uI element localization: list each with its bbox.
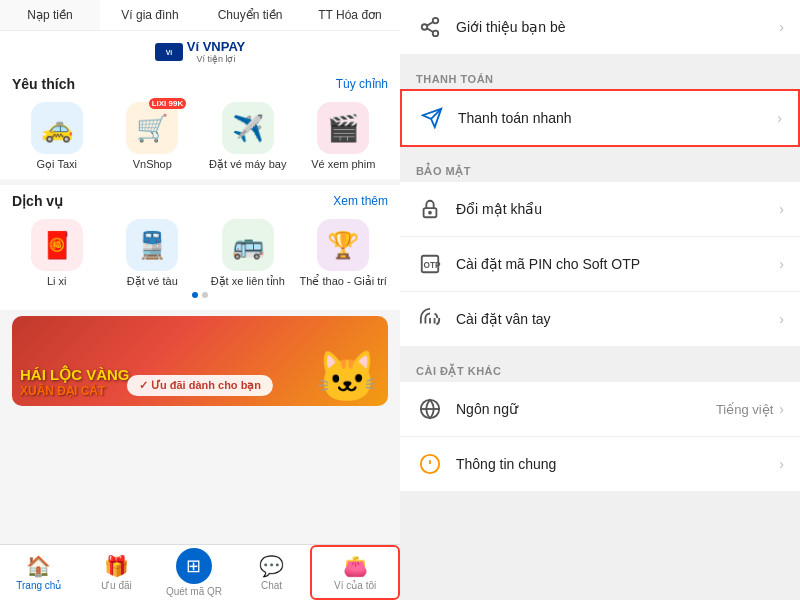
service-item-lixi[interactable]: 🧧 Li xi [12, 219, 102, 288]
share-icon [416, 13, 444, 41]
menu-item-intro[interactable]: Giới thiệu bạn bè › [400, 0, 800, 55]
fav-label-movie: Vé xem phim [311, 158, 375, 171]
nav-tt-hoa-don[interactable]: TT Hóa đơn [300, 0, 400, 30]
svg-point-8 [429, 212, 431, 214]
gift-icon: 🎁 [104, 554, 129, 578]
favorites-section: Yêu thích Tùy chỉnh 🚕 Gọi Taxi 🛒 LIXI 99… [0, 68, 400, 179]
bottom-nav-trang-chu[interactable]: 🏠 Trang chủ [0, 545, 78, 600]
banner-headline: HÁI LỘC VÀNG XUÂN ĐẠI CÁT [12, 358, 138, 406]
banner-btn[interactable]: ✓ Ưu đãi dành cho bạn [127, 375, 273, 396]
right-panel: Giới thiệu bạn bè › THANH TOÁN Thanh toá… [400, 0, 800, 600]
fav-item-vnshop[interactable]: 🛒 LIXI 99K VnShop [108, 102, 198, 171]
menu-label-pin: Cài đặt mã PIN cho Soft OTP [456, 256, 779, 272]
vnpay-logo-icon: Vi [155, 43, 183, 61]
menu-item-language[interactable]: Ngôn ngữ Tiếng việt › [400, 382, 800, 437]
service-icon-train: 🚆 [126, 219, 178, 271]
qr-icon: ⊞ [176, 548, 212, 584]
service-icon-lixi: 🧧 [31, 219, 83, 271]
svg-line-6 [427, 22, 433, 26]
svg-point-3 [422, 24, 428, 30]
bottom-nav-label-qr: Quét mã QR [166, 586, 222, 597]
service-item-bus[interactable]: 🚌 Đặt xe liên tỉnh [203, 219, 293, 288]
chevron-icon-language: › [779, 401, 784, 417]
menu-label-info: Thông tin chung [456, 456, 779, 472]
dot-2 [202, 292, 208, 298]
bottom-nav-label-vi-cua-toi: Ví của tôi [334, 580, 376, 591]
service-item-sport[interactable]: 🏆 Thể thao - Giải trí [299, 219, 389, 288]
service-item-train[interactable]: 🚆 Đặt vé tàu [108, 219, 198, 288]
service-label-sport: Thể thao - Giải trí [300, 275, 387, 288]
menu-item-fingerprint[interactable]: Cài đặt vân tay › [400, 292, 800, 347]
bottom-nav-label-uu-dai: Ưu đãi [101, 580, 132, 591]
bottom-nav-chat[interactable]: 💬 Chat [233, 545, 311, 600]
menu-label-language: Ngôn ngữ [456, 401, 716, 417]
section-label-cai-dat: CÀI ĐẶT KHÁC [400, 355, 800, 382]
services-action[interactable]: Xem thêm [333, 194, 388, 208]
otp-icon: OTP [416, 250, 444, 278]
fingerprint-icon [416, 305, 444, 333]
favorites-grid: 🚕 Gọi Taxi 🛒 LIXI 99K VnShop ✈️ Đặt vé m… [12, 102, 388, 171]
vnpay-logo: Vi Ví VNPAY Ví tiện lợi [155, 39, 246, 64]
bottom-nav-vi-cua-toi[interactable]: 👛 Ví của tôi [310, 545, 400, 600]
menu-label-password: Đổi mật khẩu [456, 201, 779, 217]
chat-icon: 💬 [259, 554, 284, 578]
vnpay-tagline: Ví tiện lợi [187, 54, 246, 64]
menu-item-info[interactable]: Thông tin chung › [400, 437, 800, 492]
bottom-nav-uu-dai[interactable]: 🎁 Ưu đãi [78, 545, 156, 600]
section-label-thanh-toan: THANH TOÁN [400, 63, 800, 89]
svg-point-4 [433, 31, 439, 36]
fav-icon-flight: ✈️ [222, 102, 274, 154]
banner-character: 🐱 [316, 348, 378, 406]
nav-nap-tien[interactable]: Nạp tiền [0, 0, 100, 30]
dots-indicator [12, 288, 388, 302]
services-title: Dịch vụ [12, 193, 63, 209]
wallet-icon: 👛 [343, 554, 368, 578]
menu-group-payment: Thanh toán nhanh › [400, 89, 800, 147]
logo-area: Vi Ví VNPAY Ví tiện lợi [0, 31, 400, 68]
info-icon [416, 450, 444, 478]
services-header: Dịch vụ Xem thêm [12, 193, 388, 209]
svg-text:Vi: Vi [165, 49, 172, 56]
service-icon-sport: 🏆 [317, 219, 369, 271]
chevron-icon-fingerprint: › [779, 311, 784, 327]
menu-group-settings: Ngôn ngữ Tiếng việt › Thông tin chung › [400, 382, 800, 492]
promo-banner[interactable]: HÁI LỘC VÀNG XUÂN ĐẠI CÁT ✓ Ưu đãi dành … [12, 316, 388, 406]
lock-icon [416, 195, 444, 223]
home-icon: 🏠 [26, 554, 51, 578]
chevron-icon-password: › [779, 201, 784, 217]
top-nav: Nạp tiền Ví gia đình Chuyển tiền TT Hóa … [0, 0, 400, 31]
bottom-nav-label-chat: Chat [261, 580, 282, 591]
menu-label-fingerprint: Cài đặt vân tay [456, 311, 779, 327]
favorites-action[interactable]: Tùy chỉnh [336, 77, 388, 91]
nav-vi-gia-dinh[interactable]: Ví gia đình [100, 0, 200, 30]
fav-label-vnshop: VnShop [133, 158, 172, 171]
menu-label-payment: Thanh toán nhanh [458, 110, 777, 126]
fav-icon-vnshop: 🛒 LIXI 99K [126, 102, 178, 154]
services-grid: 🧧 Li xi 🚆 Đặt vé tàu 🚌 Đặt xe liên tỉnh … [12, 219, 388, 288]
services-section: Dịch vụ Xem thêm 🧧 Li xi 🚆 Đặt vé tàu 🚌 [0, 185, 400, 310]
language-value: Tiếng việt [716, 402, 773, 417]
bottom-nav-label-trang-chu: Trang chủ [16, 580, 61, 591]
service-label-lixi: Li xi [47, 275, 67, 288]
language-icon [416, 395, 444, 423]
fav-label-taxi: Gọi Taxi [37, 158, 77, 171]
menu-item-change-password[interactable]: Đổi mật khẩu › [400, 182, 800, 237]
section-label-bao-mat: BẢO MẬT [400, 155, 800, 182]
payment-icon [418, 104, 446, 132]
vnpay-logo-text: Ví VNPAY [187, 39, 246, 54]
fav-item-flight[interactable]: ✈️ Đặt vé máy bay [203, 102, 293, 171]
chevron-icon-pin: › [779, 256, 784, 272]
dot-1 [192, 292, 198, 298]
fav-label-flight: Đặt vé máy bay [209, 158, 286, 171]
bottom-nav: 🏠 Trang chủ 🎁 Ưu đãi ⊞ Quét mã QR 💬 Chat… [0, 544, 400, 600]
nav-chuyen-tien[interactable]: Chuyển tiền [200, 0, 300, 30]
menu-item-pin[interactable]: OTP Cài đặt mã PIN cho Soft OTP › [400, 237, 800, 292]
menu-item-payment[interactable]: Thanh toán nhanh › [400, 89, 800, 147]
left-panel: Nạp tiền Ví gia đình Chuyển tiền TT Hóa … [0, 0, 400, 600]
fav-item-movie[interactable]: 🎬 Vé xem phim [299, 102, 389, 171]
bottom-nav-qr[interactable]: ⊞ Quét mã QR [155, 545, 233, 600]
service-label-train: Đặt vé tàu [127, 275, 178, 288]
fav-item-taxi[interactable]: 🚕 Gọi Taxi [12, 102, 102, 171]
menu-group-security: Đổi mật khẩu › OTP Cài đặt mã PIN cho So… [400, 182, 800, 347]
chevron-icon-intro: › [779, 19, 784, 35]
